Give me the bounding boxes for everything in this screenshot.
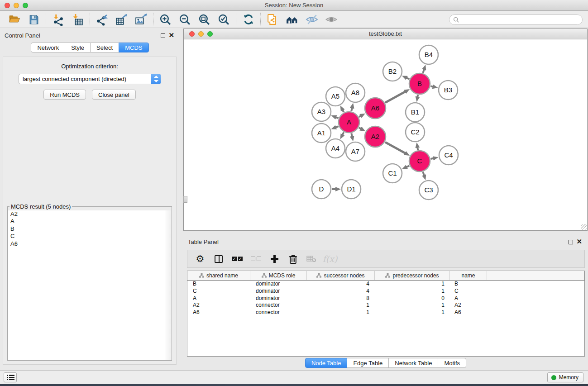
tab-mcds[interactable]: MCDS [119,43,148,52]
export-table-button[interactable] [112,12,131,27]
table-row[interactable]: Cdominator41C [187,288,584,295]
edge-C-C1[interactable] [406,166,409,167]
export-network-button[interactable] [92,12,112,27]
node-D[interactable]: D [312,180,331,199]
split-columns-button[interactable] [213,255,224,263]
result-list-item[interactable]: A2 [8,210,171,218]
network-file-button[interactable] [263,12,282,27]
network-window-titlebar[interactable]: testGlobe.txt [184,29,587,39]
node-A1[interactable]: A1 [312,124,331,143]
node-C3[interactable]: C3 [419,181,438,200]
zoom-selected-button[interactable] [214,12,234,27]
import-table-button[interactable] [68,12,87,27]
delete-table-button[interactable] [306,255,317,262]
node-C4[interactable]: C4 [439,146,458,165]
node-B1[interactable]: B1 [406,103,425,122]
float-table-panel-icon[interactable] [569,240,573,244]
network-minimize-button[interactable] [198,31,204,37]
node-A7[interactable]: A7 [346,142,365,161]
refresh-view-button[interactable] [239,12,258,27]
edge-B-B3[interactable] [430,86,433,86]
zoom-out-button[interactable] [175,12,195,27]
node-A8[interactable]: A8 [346,83,365,102]
node-A3[interactable]: A3 [312,102,331,121]
edge-A-A3[interactable] [335,117,339,119]
edge-C-C4[interactable] [430,158,434,159]
node-A6[interactable]: A6 [365,98,386,119]
column-header-successor-nodes[interactable]: successor nodes [307,271,375,280]
result-list-item[interactable]: C [8,233,171,240]
node-A[interactable]: A [339,112,359,133]
delete-column-button[interactable] [287,254,298,264]
edge-A6-B[interactable] [385,91,406,103]
task-history-button[interactable] [4,372,17,382]
search-input[interactable] [459,16,582,24]
hide-all-columns-button[interactable] [250,257,261,261]
zoom-window-button[interactable] [23,3,28,8]
zoom-in-button[interactable] [156,12,175,27]
edge-C-C2[interactable] [417,147,418,150]
memory-button[interactable]: Memory [547,372,583,382]
node-table[interactable]: shared nameMCDS rolesuccessor nodesprede… [187,271,585,357]
edge-A-A2[interactable] [359,128,361,129]
edge-A-A4[interactable] [342,132,344,135]
close-window-button[interactable] [5,3,10,8]
edge-B-B1[interactable] [417,95,418,98]
node-D1[interactable]: D1 [342,180,361,199]
node-B3[interactable]: B3 [439,81,458,100]
column-header-MCDS-role[interactable]: MCDS role [250,271,307,280]
tab-node-table[interactable]: Node Table [305,358,348,368]
edge-A-A6[interactable] [359,115,361,117]
tab-network-table[interactable]: Network Table [388,358,438,368]
column-header-shared-name[interactable]: shared name [187,271,250,280]
edge-B-B2[interactable] [406,78,409,79]
resize-grip-icon[interactable] [581,224,587,230]
zoom-fit-button[interactable] [195,12,214,27]
tab-motifs[interactable]: Motifs [438,358,466,368]
open-session-button[interactable] [5,12,24,27]
close-panel-button[interactable]: Close panel [92,90,136,100]
node-C[interactable]: C [409,151,430,172]
node-B4[interactable]: B4 [419,45,438,64]
network-canvas[interactable]: B4B2BB3A5A8A6B1A3AC2A1A2A4A7C4CC1C3DD1 [184,40,587,230]
tab-network[interactable]: Network [31,43,65,52]
node-B2[interactable]: B2 [383,62,402,81]
node-A5[interactable]: A5 [326,87,345,106]
table-row[interactable]: Adominator80A [187,295,584,302]
import-network-button[interactable] [48,12,68,27]
hide-graphics-button[interactable] [302,12,321,27]
table-settings-button[interactable]: ⚙ [195,254,206,264]
node-C2[interactable]: C2 [406,123,425,142]
network-graph[interactable]: B4B2BB3A5A8A6B1A3AC2A1A2A4A7C4CC1C3DD1 [184,40,587,231]
close-panel-icon[interactable]: ✕ [168,31,174,39]
network-zoom-button[interactable] [207,31,213,37]
column-header-predecessor-nodes[interactable]: predecessor nodes [375,271,450,280]
criterion-select[interactable]: largest connected component (directed) [19,74,161,84]
minimize-window-button[interactable] [14,3,19,8]
tab-select[interactable]: Select [90,43,119,52]
float-panel-icon[interactable] [161,33,165,38]
run-mcds-button[interactable]: Run MCDS [43,90,86,100]
result-list-scrollbar[interactable] [166,210,171,360]
table-row[interactable]: A6connector11A6 [187,309,584,316]
table-row[interactable]: Bdominator41B [187,281,584,288]
tab-style[interactable]: Style [65,43,91,52]
result-list-item[interactable]: A [8,218,171,225]
tab-edge-table[interactable]: Edge Table [347,358,389,368]
edge-A-A7[interactable] [351,133,352,137]
network-close-button[interactable] [189,31,195,37]
node-C1[interactable]: C1 [383,164,402,183]
result-list-item[interactable]: A6 [8,240,171,248]
add-column-button[interactable] [269,255,280,263]
edge-A2-C[interactable] [385,142,406,153]
export-image-button[interactable] [131,12,151,27]
mcds-result-list[interactable]: A2ABCA6 [8,210,171,360]
edge-A-A8[interactable] [351,107,352,111]
node-A4[interactable]: A4 [326,139,345,158]
edge-A-A1[interactable] [335,126,339,128]
show-graphics-button[interactable] [321,12,341,27]
search-field[interactable] [449,14,583,25]
result-list-item[interactable]: B [8,225,171,233]
save-session-button[interactable] [24,12,43,27]
function-builder-button[interactable]: f(x) [325,254,335,264]
